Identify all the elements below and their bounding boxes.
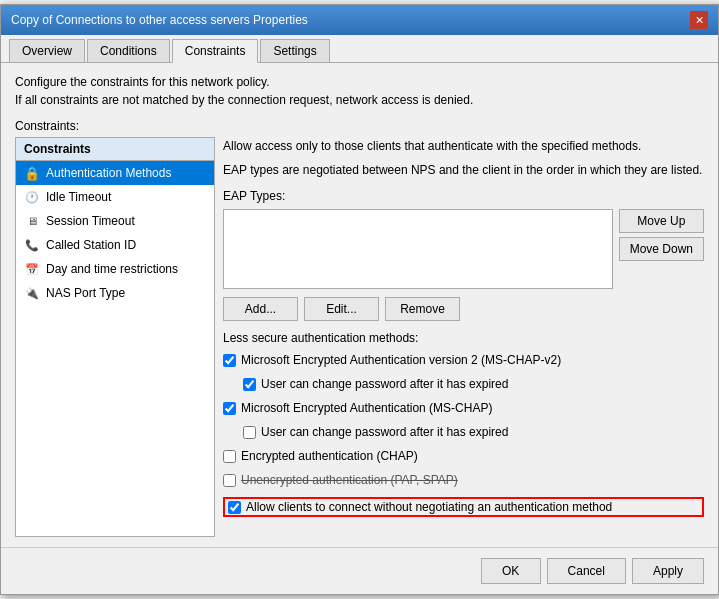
eap-label: EAP Types: bbox=[223, 189, 704, 203]
tab-conditions[interactable]: Conditions bbox=[87, 39, 170, 62]
secure-methods-label: Less secure authentication methods: bbox=[223, 331, 704, 345]
apply-button[interactable]: Apply bbox=[632, 558, 704, 584]
mschapv2-password-label: User can change password after it has ex… bbox=[261, 377, 508, 391]
chap-label: Encrypted authentication (CHAP) bbox=[241, 449, 418, 463]
checkbox-mschap-password: User can change password after it has ex… bbox=[243, 425, 704, 439]
eap-action-buttons: Add... Edit... Remove bbox=[223, 297, 704, 321]
mschapv2-label: Microsoft Encrypted Authentication versi… bbox=[241, 353, 561, 367]
sidebar-item-label: NAS Port Type bbox=[46, 286, 125, 300]
mschapv2-password-checkbox[interactable] bbox=[243, 378, 256, 391]
checkbox-no-auth: Allow clients to connect without negotia… bbox=[223, 497, 704, 517]
description-block: Configure the constraints for this netwo… bbox=[15, 73, 704, 109]
mschap-label: Microsoft Encrypted Authentication (MS-C… bbox=[241, 401, 492, 415]
checkbox-pap: Unencrypted authentication (PAP, SPAP) bbox=[223, 473, 704, 487]
add-button[interactable]: Add... bbox=[223, 297, 298, 321]
bottom-buttons: OK Cancel Apply bbox=[1, 547, 718, 594]
right-description1: Allow access only to those clients that … bbox=[223, 137, 704, 155]
sidebar-item-nas-port-type[interactable]: 🔌 NAS Port Type bbox=[16, 281, 214, 305]
move-down-button[interactable]: Move Down bbox=[619, 237, 704, 261]
pap-checkbox[interactable] bbox=[223, 474, 236, 487]
mschapv2-checkbox[interactable] bbox=[223, 354, 236, 367]
tab-settings[interactable]: Settings bbox=[260, 39, 329, 62]
lock-icon: 🔒 bbox=[24, 165, 40, 181]
move-up-button[interactable]: Move Up bbox=[619, 209, 704, 233]
tab-constraints[interactable]: Constraints bbox=[172, 39, 259, 63]
eap-move-buttons: Move Up Move Down bbox=[619, 209, 704, 261]
tab-bar: Overview Conditions Constraints Settings bbox=[1, 35, 718, 63]
sidebar-item-day-time-restrictions[interactable]: 📅 Day and time restrictions bbox=[16, 257, 214, 281]
main-window: Copy of Connections to other access serv… bbox=[0, 4, 719, 595]
eap-listbox[interactable] bbox=[223, 209, 613, 289]
calendar-icon: 📅 bbox=[24, 261, 40, 277]
constraints-label: Constraints: bbox=[15, 119, 704, 133]
chap-checkbox[interactable] bbox=[223, 450, 236, 463]
cancel-button[interactable]: Cancel bbox=[547, 558, 626, 584]
pap-label: Unencrypted authentication (PAP, SPAP) bbox=[241, 473, 458, 487]
monitor-icon: 🖥 bbox=[24, 213, 40, 229]
checkbox-mschap: Microsoft Encrypted Authentication (MS-C… bbox=[223, 401, 704, 415]
remove-button[interactable]: Remove bbox=[385, 297, 460, 321]
content-area: Configure the constraints for this netwo… bbox=[1, 63, 718, 547]
no-auth-checkbox[interactable] bbox=[228, 501, 241, 514]
sidebar-item-label: Authentication Methods bbox=[46, 166, 171, 180]
left-panel: Constraints 🔒 Authentication Methods 🕐 I… bbox=[15, 137, 215, 537]
no-auth-label: Allow clients to connect without negotia… bbox=[246, 500, 612, 514]
sidebar-item-called-station-id[interactable]: 📞 Called Station ID bbox=[16, 233, 214, 257]
close-button[interactable]: ✕ bbox=[690, 11, 708, 29]
left-panel-header: Constraints bbox=[16, 138, 214, 161]
right-description2: EAP types are negotiated between NPS and… bbox=[223, 161, 704, 179]
main-panel: Constraints 🔒 Authentication Methods 🕐 I… bbox=[15, 137, 704, 537]
description-line1: Configure the constraints for this netwo… bbox=[15, 73, 704, 91]
network-icon: 🔌 bbox=[24, 285, 40, 301]
mschap-checkbox[interactable] bbox=[223, 402, 236, 415]
checkbox-chap: Encrypted authentication (CHAP) bbox=[223, 449, 704, 463]
mschap-password-checkbox[interactable] bbox=[243, 426, 256, 439]
ok-button[interactable]: OK bbox=[481, 558, 541, 584]
sidebar-item-label: Session Timeout bbox=[46, 214, 135, 228]
description-line2: If all constraints are not matched by th… bbox=[15, 91, 704, 109]
mschap-password-label: User can change password after it has ex… bbox=[261, 425, 508, 439]
sidebar-item-session-timeout[interactable]: 🖥 Session Timeout bbox=[16, 209, 214, 233]
eap-area: Move Up Move Down bbox=[223, 209, 704, 289]
sidebar-item-label: Called Station ID bbox=[46, 238, 136, 252]
clock-icon: 🕐 bbox=[24, 189, 40, 205]
edit-button[interactable]: Edit... bbox=[304, 297, 379, 321]
checkbox-mschapv2-password: User can change password after it has ex… bbox=[243, 377, 704, 391]
sidebar-item-authentication-methods[interactable]: 🔒 Authentication Methods bbox=[16, 161, 214, 185]
window-title: Copy of Connections to other access serv… bbox=[11, 13, 308, 27]
title-bar: Copy of Connections to other access serv… bbox=[1, 5, 718, 35]
sidebar-item-label: Day and time restrictions bbox=[46, 262, 178, 276]
right-panel: Allow access only to those clients that … bbox=[223, 137, 704, 537]
sidebar-item-label: Idle Timeout bbox=[46, 190, 111, 204]
checkbox-mschapv2: Microsoft Encrypted Authentication versi… bbox=[223, 353, 704, 367]
tab-overview[interactable]: Overview bbox=[9, 39, 85, 62]
phone-icon: 📞 bbox=[24, 237, 40, 253]
sidebar-item-idle-timeout[interactable]: 🕐 Idle Timeout bbox=[16, 185, 214, 209]
